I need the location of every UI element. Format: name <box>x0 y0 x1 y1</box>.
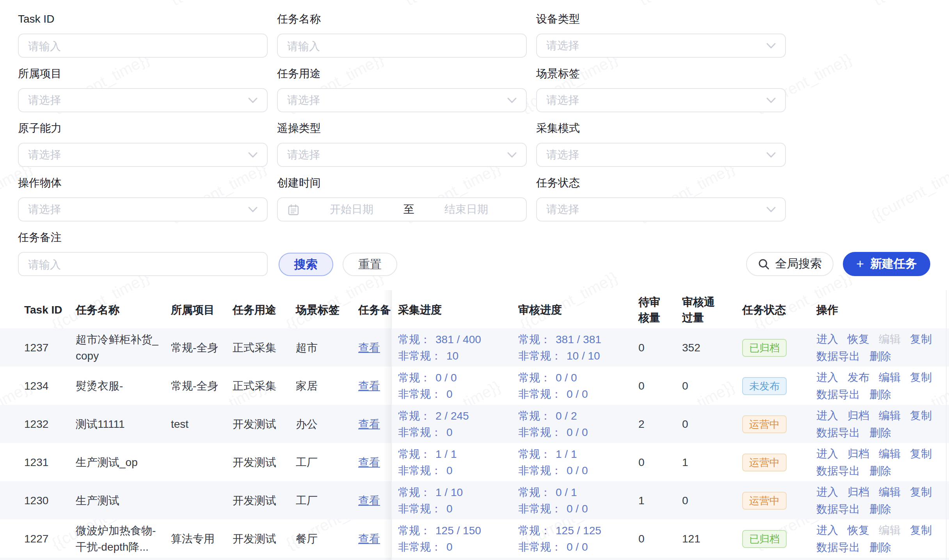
table-row: 1234熨烫衣服-常规-全身正式采集家居查看常规：0 / 0非常规：0常规：0 … <box>0 367 949 405</box>
row-actions: 进入恢复编辑复制数据导出删除 <box>816 331 940 364</box>
action-enter-link[interactable]: 进入 <box>816 445 838 462</box>
scene-tag-cell: 家居 <box>296 377 352 394</box>
project-select[interactable]: 请选择 <box>18 88 268 112</box>
collection-mode-placeholder: 请选择 <box>546 148 766 162</box>
column-header-label: 操作 <box>816 303 838 315</box>
progress-value: 0 <box>446 502 453 514</box>
end-date-placeholder: 结束日期 <box>416 202 517 216</box>
task-name-input[interactable] <box>287 39 517 52</box>
chevron-down-icon <box>766 43 776 49</box>
action-edit-link[interactable]: 编辑 <box>879 369 901 385</box>
status-badge: 未发布 <box>742 377 787 395</box>
progress-label: 常规： <box>518 333 551 345</box>
view-remark-link[interactable]: 查看 <box>358 341 380 353</box>
action-enter-link[interactable]: 进入 <box>816 522 838 538</box>
action-restore-link[interactable]: 恢复 <box>848 522 869 538</box>
column-header: 任务用途 <box>233 301 289 317</box>
atomic-capability-label: 原子能力 <box>18 120 268 136</box>
atomic-capability-select[interactable]: 请选择 <box>18 143 268 167</box>
new-task-button[interactable]: + 新建任务 <box>843 252 930 276</box>
action-export-data-link[interactable]: 数据导出 <box>816 463 860 479</box>
collection-mode-select[interactable]: 请选择 <box>536 143 786 167</box>
view-remark-link[interactable]: 查看 <box>358 494 380 506</box>
action-copy-link[interactable]: 复制 <box>910 522 932 538</box>
view-remark-link[interactable]: 查看 <box>358 417 380 430</box>
action-copy-link[interactable]: 复制 <box>910 407 932 424</box>
action-export-data-link[interactable]: 数据导出 <box>816 539 860 555</box>
view-remark-link[interactable]: 查看 <box>358 455 380 468</box>
action-edit-link[interactable]: 编辑 <box>879 522 901 538</box>
progress-label: 常规： <box>518 409 551 422</box>
device-type-select[interactable]: 请选择 <box>536 34 786 58</box>
review-progress-cell: 常规：125 / 125非常规：0 / 0 <box>518 522 634 555</box>
task-id-cell: 1237 <box>24 339 71 356</box>
status-cell: 运营中 <box>742 415 816 433</box>
view-remark-link[interactable]: 查看 <box>358 532 380 544</box>
action-enter-link[interactable]: 进入 <box>816 484 838 500</box>
task-remark-input[interactable] <box>28 258 258 270</box>
search-button[interactable]: 搜索 <box>279 253 333 276</box>
action-publish-link[interactable]: 发布 <box>848 369 869 385</box>
action-delete-link[interactable]: 删除 <box>869 348 891 364</box>
global-search-button[interactable]: 全局搜索 <box>746 252 833 276</box>
action-delete-link[interactable]: 删除 <box>869 463 891 479</box>
progress-label: 非常规： <box>398 464 442 476</box>
scene-tag-cell: 工厂 <box>296 492 352 509</box>
reset-button[interactable]: 重置 <box>343 253 397 276</box>
scene-tag-select[interactable]: 请选择 <box>536 88 786 112</box>
collection-mode-label: 采集模式 <box>536 120 786 136</box>
action-delete-link[interactable]: 删除 <box>869 501 891 517</box>
filter-field-operation-object: 操作物体请选择 <box>18 175 268 222</box>
action-delete-link[interactable]: 删除 <box>869 386 891 402</box>
action-export-data-link[interactable]: 数据导出 <box>816 424 860 441</box>
action-copy-link[interactable]: 复制 <box>910 484 932 500</box>
action-edit-link[interactable]: 编辑 <box>879 407 901 424</box>
operation-object-select[interactable]: 请选择 <box>18 197 268 222</box>
action-edit-link[interactable]: 编辑 <box>879 445 901 462</box>
task-status-select[interactable]: 请选择 <box>536 197 786 222</box>
action-export-data-link[interactable]: 数据导出 <box>816 501 860 517</box>
action-archive-link[interactable]: 归档 <box>848 445 869 462</box>
task-id-input[interactable] <box>28 39 258 52</box>
column-header-label: 任务用途 <box>233 303 276 315</box>
progress-label: 非常规： <box>518 387 562 400</box>
progress-line: 常规：1 / 1 <box>398 446 514 462</box>
action-edit-link[interactable]: 编辑 <box>879 484 901 500</box>
date-range-separator: 至 <box>402 202 416 216</box>
action-export-data-link[interactable]: 数据导出 <box>816 386 860 402</box>
action-edit-link[interactable]: 编辑 <box>879 331 901 347</box>
action-archive-link[interactable]: 归档 <box>848 484 869 500</box>
pending-review-count: 0 <box>638 454 676 470</box>
action-copy-link[interactable]: 复制 <box>910 331 932 347</box>
project-cell: 常规-全身 <box>171 377 219 394</box>
progress-line: 非常规：0 <box>398 462 514 478</box>
action-enter-link[interactable]: 进入 <box>816 407 838 424</box>
action-copy-link[interactable]: 复制 <box>910 445 932 462</box>
status-badge: 运营中 <box>742 415 787 433</box>
action-delete-link[interactable]: 删除 <box>869 424 891 441</box>
action-export-data-link[interactable]: 数据导出 <box>816 348 860 364</box>
action-restore-link[interactable]: 恢复 <box>848 331 869 347</box>
action-copy-link[interactable]: 复制 <box>910 369 932 385</box>
create-time-range-picker[interactable]: 开始日期至结束日期 <box>277 197 527 222</box>
purpose-cell: 开发测试 <box>233 530 289 547</box>
task-purpose-select[interactable]: 请选择 <box>277 88 527 112</box>
status-badge: 已归档 <box>742 530 787 548</box>
task-id-input-wrap <box>18 34 268 58</box>
action-enter-link[interactable]: 进入 <box>816 369 838 385</box>
filter-field-teleop-type: 遥操类型请选择 <box>277 120 527 167</box>
progress-label: 非常规： <box>398 349 442 362</box>
action-archive-link[interactable]: 归档 <box>848 407 869 424</box>
column-header-label: 任务状态 <box>742 303 786 315</box>
progress-value: 0 / 0 <box>567 502 588 514</box>
view-remark-link[interactable]: 查看 <box>358 379 380 392</box>
chevron-down-icon <box>248 97 258 103</box>
teleop-type-select[interactable]: 请选择 <box>277 143 527 167</box>
action-delete-link[interactable]: 删除 <box>869 539 891 555</box>
progress-line: 常规：0 / 0 <box>518 369 634 386</box>
action-enter-link[interactable]: 进入 <box>816 331 838 347</box>
partial-next-row <box>0 558 949 560</box>
scene-tag-label: 场景标签 <box>536 66 786 81</box>
progress-line: 非常规：0 <box>398 539 514 555</box>
scene-tag-cell: 工厂 <box>296 454 352 470</box>
